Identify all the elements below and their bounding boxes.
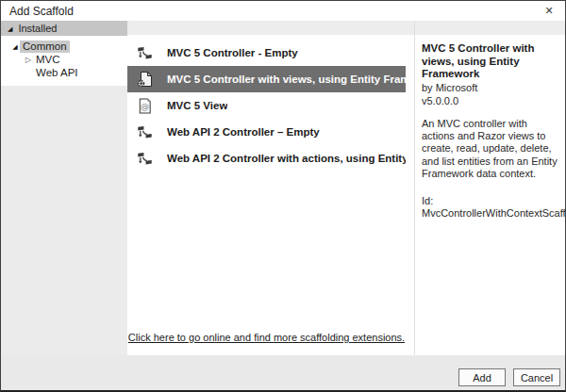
find-extensions-link[interactable]: Click here to go online and find more sc… bbox=[127, 332, 406, 343]
list-item-webapi2-controller-empty[interactable]: Web API 2 Controller – Empty bbox=[127, 119, 406, 145]
add-scaffold-dialog: Add Scaffold ✕ ◢ Installed ◢ Common ▷ MV… bbox=[0, 0, 566, 392]
list-item-mvc5-controller-views-ef[interactable]: MVC 5 Controller with views, using Entit… bbox=[127, 66, 406, 92]
dialog-title: Add Scaffold bbox=[9, 5, 74, 18]
svg-text:@: @ bbox=[141, 102, 149, 111]
tree-item-web-api[interactable]: Web API bbox=[1, 67, 127, 79]
sidebar-group-installed[interactable]: ◢ Installed bbox=[1, 21, 127, 36]
details-top-strip bbox=[415, 21, 565, 35]
list-item-webapi2-controller-actions-ef[interactable]: Web API 2 Controller with actions, using… bbox=[127, 145, 406, 172]
details-panel: MVC 5 Controller with views, using Entit… bbox=[414, 21, 565, 355]
dialog-footer: Add Cancel bbox=[1, 355, 565, 390]
sidebar-fill bbox=[1, 86, 127, 355]
expander-icon[interactable]: ◢ bbox=[10, 43, 20, 50]
scaffold-list-panel: MVC 5 Controller - Empty MVC 5 Controlle… bbox=[127, 21, 414, 355]
scaffold-item-label: Web API 2 Controller – Empty bbox=[167, 126, 320, 138]
razor-view-icon: @ bbox=[136, 97, 154, 115]
title-bar: Add Scaffold ✕ bbox=[1, 1, 565, 21]
dialog-content: ◢ Installed ◢ Common ▷ MVC Web API bbox=[1, 21, 565, 355]
tree-item-common[interactable]: ◢ Common bbox=[1, 41, 127, 53]
tree-item-label: Common bbox=[20, 41, 70, 53]
details-author: by Microsoft bbox=[422, 82, 558, 94]
add-button[interactable]: Add bbox=[458, 368, 506, 386]
controller-icon bbox=[136, 150, 154, 168]
sidebar-group-label: Installed bbox=[18, 23, 57, 34]
controller-icon bbox=[136, 123, 154, 141]
details-body: MVC 5 Controller with views, using Entit… bbox=[415, 35, 565, 220]
scaffold-list: MVC 5 Controller - Empty MVC 5 Controlle… bbox=[127, 35, 414, 355]
list-item-mvc5-view[interactable]: @ MVC 5 View bbox=[127, 92, 406, 119]
controller-icon bbox=[136, 44, 154, 62]
category-sidebar: ◢ Installed ◢ Common ▷ MVC Web API bbox=[1, 21, 127, 355]
details-version: v5.0.0.0 bbox=[422, 95, 558, 107]
category-tree: ◢ Common ▷ MVC Web API bbox=[1, 36, 127, 86]
collapsed-expander-icon[interactable]: ▷ bbox=[24, 57, 33, 64]
list-item-mvc5-controller-empty[interactable]: MVC 5 Controller - Empty bbox=[127, 40, 406, 66]
scaffold-item-label: MVC 5 Controller with views, using Entit… bbox=[167, 74, 406, 85]
expander-icon[interactable]: ◢ bbox=[8, 25, 12, 32]
tree-item-label: MVC bbox=[33, 54, 63, 66]
scaffold-item-label: MVC 5 View bbox=[167, 100, 227, 111]
close-icon[interactable]: ✕ bbox=[533, 1, 565, 21]
details-description: An MVC controller with actions and Razor… bbox=[422, 118, 558, 181]
tree-item-label: Web API bbox=[33, 67, 81, 79]
scaffold-item-label: MVC 5 Controller - Empty bbox=[167, 47, 298, 58]
tree-item-mvc[interactable]: ▷ MVC bbox=[1, 54, 127, 66]
cancel-button[interactable]: Cancel bbox=[513, 368, 560, 386]
document-gear-icon bbox=[136, 71, 154, 89]
scaffold-item-label: Web API 2 Controller with actions, using… bbox=[167, 153, 406, 164]
details-id: Id: MvcControllerWithContextScaffolder bbox=[422, 195, 558, 220]
list-top-strip bbox=[127, 21, 414, 35]
details-title: MVC 5 Controller with views, using Entit… bbox=[422, 42, 558, 81]
